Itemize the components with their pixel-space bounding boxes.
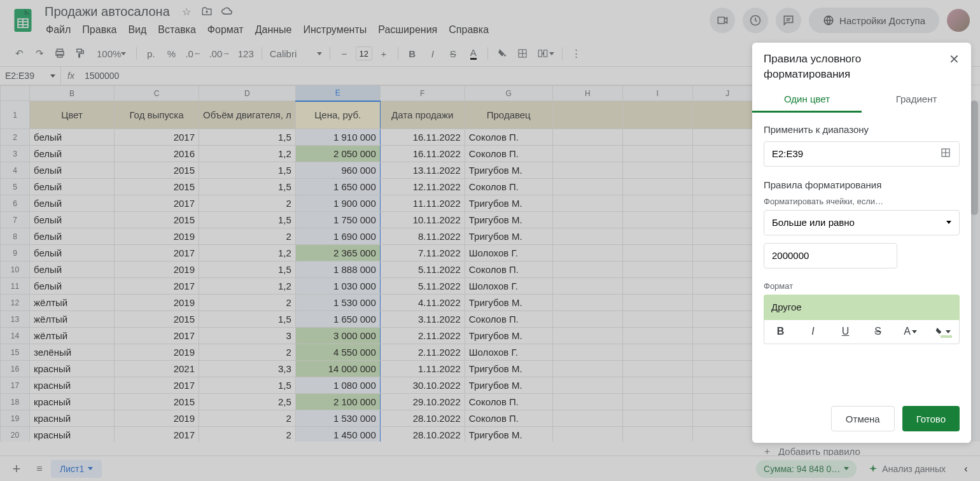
cell[interactable]: 2	[199, 195, 296, 212]
cell[interactable]: жёлтый	[30, 328, 115, 344]
comments-icon[interactable]	[776, 8, 801, 33]
col-header-B[interactable]: B	[30, 86, 115, 101]
col-header-C[interactable]: C	[115, 86, 199, 101]
cell[interactable]	[552, 377, 622, 394]
cell[interactable]: 29.10.2022	[380, 394, 465, 410]
fx-icon[interactable]: fx	[61, 71, 81, 81]
cell[interactable]: красный	[30, 427, 115, 442]
star-icon[interactable]: ☆	[179, 4, 194, 19]
cell[interactable]	[622, 410, 692, 427]
cell[interactable]: 2 050 000	[295, 146, 380, 162]
cell[interactable]: Шолохов Г.	[465, 245, 552, 261]
cell[interactable]	[552, 162, 622, 179]
cell[interactable]: белый	[30, 195, 115, 212]
font-size-input[interactable]	[356, 46, 372, 60]
undo-icon[interactable]: ↶	[10, 45, 28, 62]
cell[interactable]: 2019	[115, 344, 199, 361]
menu-format[interactable]: Формат	[202, 22, 249, 38]
row-header[interactable]: 9	[1, 245, 30, 261]
row-header[interactable]: 6	[1, 195, 30, 212]
cell[interactable]: 1,5	[199, 212, 296, 228]
cell[interactable]: 1,2	[199, 278, 296, 295]
cell[interactable]: белый	[30, 146, 115, 162]
add-sheet-icon[interactable]: +	[5, 461, 28, 477]
row-header[interactable]: 11	[1, 278, 30, 295]
sheets-logo[interactable]	[10, 8, 36, 33]
tab-gradient[interactable]: Градиент	[862, 87, 971, 113]
cell[interactable]: жёлтый	[30, 311, 115, 328]
menu-edit[interactable]: Правка	[77, 22, 122, 38]
cell[interactable]: красный	[30, 361, 115, 377]
cell[interactable]: 5.11.2022	[380, 261, 465, 278]
cell[interactable]	[552, 228, 622, 245]
cell[interactable]: 2017	[115, 278, 199, 295]
row-header[interactable]: 20	[1, 427, 30, 442]
cell[interactable]: Тригубов М.	[465, 361, 552, 377]
bold-icon[interactable]: B	[403, 45, 421, 62]
row-header[interactable]: 8	[1, 228, 30, 245]
cell[interactable]: белый	[30, 129, 115, 146]
strike-icon[interactable]: S	[444, 45, 462, 62]
percent-button[interactable]: %	[162, 45, 180, 62]
row-header[interactable]: 4	[1, 162, 30, 179]
cell[interactable]	[552, 328, 622, 344]
cell[interactable]: белый	[30, 179, 115, 195]
cell[interactable]: 2,5	[199, 394, 296, 410]
cell[interactable]: 7.11.2022	[380, 245, 465, 261]
cell[interactable]	[622, 101, 692, 129]
menu-data[interactable]: Данные	[250, 22, 297, 38]
cell[interactable]: 2015	[115, 179, 199, 195]
cell[interactable]: 1 450 000	[295, 427, 380, 442]
cell[interactable]: 2019	[115, 261, 199, 278]
cell[interactable]: 1,2	[199, 245, 296, 261]
col-header-E[interactable]: E	[295, 86, 380, 101]
cell[interactable]: Тригубов М.	[465, 328, 552, 344]
cell[interactable]: Тригубов М.	[465, 295, 552, 311]
cell[interactable]	[622, 162, 692, 179]
cell[interactable]: 2	[199, 295, 296, 311]
cell[interactable]: белый	[30, 228, 115, 245]
cell[interactable]: Соколов П.	[465, 311, 552, 328]
cell[interactable]: 13.11.2022	[380, 162, 465, 179]
cell[interactable]	[622, 146, 692, 162]
format-preview[interactable]: Другое	[764, 295, 960, 320]
cell[interactable]: красный	[30, 410, 115, 427]
cell[interactable]: 2019	[115, 228, 199, 245]
sum-pill[interactable]: Сумма: 94 848 0…	[756, 460, 857, 478]
cell[interactable]	[552, 261, 622, 278]
meet-icon[interactable]	[710, 8, 735, 33]
row-header[interactable]: 3	[1, 146, 30, 162]
currency-button[interactable]: р.	[142, 45, 160, 62]
cell[interactable]	[552, 179, 622, 195]
cell[interactable]	[552, 394, 622, 410]
cell[interactable]: Продавец	[465, 101, 552, 129]
cloud-icon[interactable]	[220, 4, 235, 19]
cell[interactable]: Тригубов М.	[465, 377, 552, 394]
cell[interactable]: белый	[30, 261, 115, 278]
cell[interactable]	[552, 195, 622, 212]
cell[interactable]: 1 690 000	[295, 228, 380, 245]
cell[interactable]	[622, 311, 692, 328]
cell[interactable]: 8.11.2022	[380, 228, 465, 245]
cell[interactable]: Соколов П.	[465, 261, 552, 278]
cell[interactable]	[622, 245, 692, 261]
cell[interactable]	[552, 278, 622, 295]
cell[interactable]	[552, 212, 622, 228]
cell[interactable]: 1 650 000	[295, 179, 380, 195]
cell[interactable]	[622, 228, 692, 245]
merge-icon[interactable]	[534, 45, 557, 62]
col-header-I[interactable]: I	[622, 86, 692, 101]
cell[interactable]: 4 550 000	[295, 344, 380, 361]
cell[interactable]: 2017	[115, 328, 199, 344]
cell[interactable]: Соколов П.	[465, 146, 552, 162]
fmt-strike-icon[interactable]: S	[862, 326, 894, 337]
cell[interactable]	[552, 101, 622, 129]
cell[interactable]: 2 100 000	[295, 394, 380, 410]
menu-tools[interactable]: Инструменты	[298, 22, 372, 38]
cell[interactable]: Шолохов Г.	[465, 278, 552, 295]
cell[interactable]	[552, 129, 622, 146]
menu-extensions[interactable]: Расширения	[373, 22, 442, 38]
cell[interactable]: Соколов П.	[465, 394, 552, 410]
fmt-fill-color-icon[interactable]	[927, 326, 959, 337]
cell[interactable]: 2019	[115, 295, 199, 311]
